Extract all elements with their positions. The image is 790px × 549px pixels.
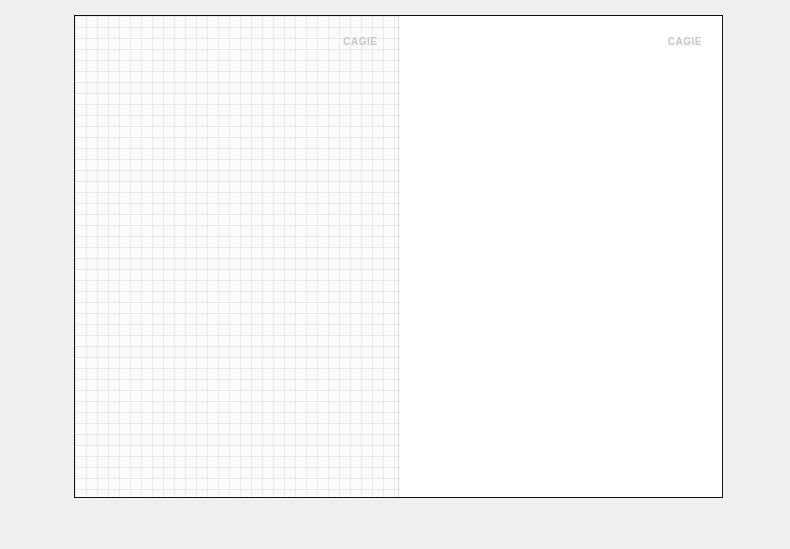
brand-label-right: CAGIE xyxy=(668,36,702,47)
notebook-spread: CAGIE CAGIE xyxy=(74,15,723,498)
brand-label-left: CAGIE xyxy=(343,36,377,47)
notebook-page-left: CAGIE xyxy=(75,16,399,497)
notebook-page-right: CAGIE xyxy=(399,16,723,497)
